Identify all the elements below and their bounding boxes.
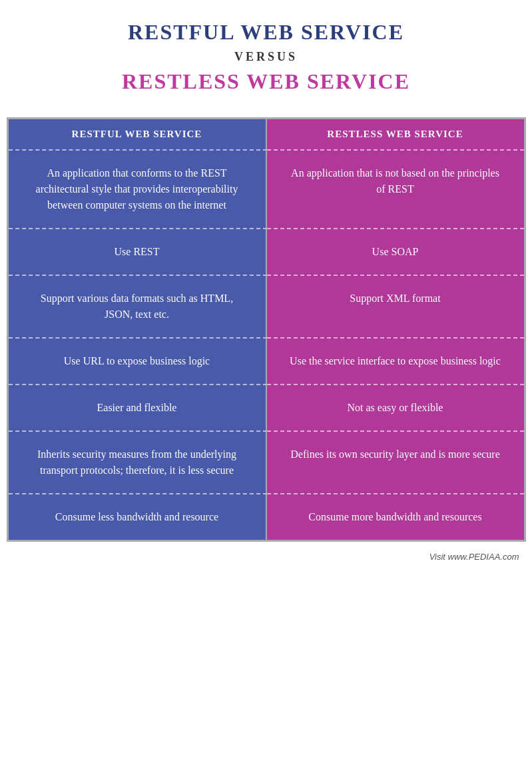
col2-header: RESTLESS WEB SERVICE (267, 119, 524, 149)
table-row: Inherits security measures from the unde… (9, 432, 524, 493)
cell-left-5: Inherits security measures from the unde… (9, 432, 267, 493)
comparison-table: RESTFUL WEB SERVICE RESTLESS WEB SERVICE… (7, 117, 526, 542)
title-restful: RESTFUL WEB SERVICE (13, 20, 519, 45)
cell-left-6: Consume less bandwidth and resource (9, 494, 267, 540)
cell-right-6: Consume more bandwidth and resources (267, 494, 524, 540)
table-row: Use URL to expose business logicUse the … (9, 339, 524, 384)
col1-header: RESTFUL WEB SERVICE (9, 119, 267, 149)
table-row: Use RESTUse SOAP (9, 229, 524, 275)
cell-left-4: Easier and flexible (9, 385, 267, 430)
cell-right-5: Defines its own security layer and is mo… (267, 432, 524, 493)
footer-credit: Visit www.PEDIAA.com (7, 548, 526, 568)
cell-right-4: Not as easy or flexible (267, 385, 524, 430)
cell-right-3: Use the service interface to expose busi… (267, 339, 524, 384)
versus-text: VERSUS (13, 50, 519, 64)
cell-right-2: Support XML format (267, 276, 524, 337)
table-header: RESTFUL WEB SERVICE RESTLESS WEB SERVICE (9, 119, 524, 149)
rows-container: An application that conforms to the REST… (9, 149, 524, 540)
cell-right-1: Use SOAP (267, 229, 524, 275)
table-row: Consume less bandwidth and resourceConsu… (9, 494, 524, 540)
cell-left-0: An application that conforms to the REST… (9, 151, 267, 228)
title-restless: RESTLESS WEB SERVICE (13, 69, 519, 94)
cell-left-1: Use REST (9, 229, 267, 275)
cell-right-0: An application that is not based on the … (267, 151, 524, 228)
cell-left-2: Support various data formats such as HTM… (9, 276, 267, 337)
table-row: An application that conforms to the REST… (9, 151, 524, 228)
header-section: RESTFUL WEB SERVICE VERSUS RESTLESS WEB … (0, 0, 532, 107)
table-row: Easier and flexibleNot as easy or flexib… (9, 385, 524, 430)
cell-left-3: Use URL to expose business logic (9, 339, 267, 384)
table-row: Support various data formats such as HTM… (9, 276, 524, 337)
